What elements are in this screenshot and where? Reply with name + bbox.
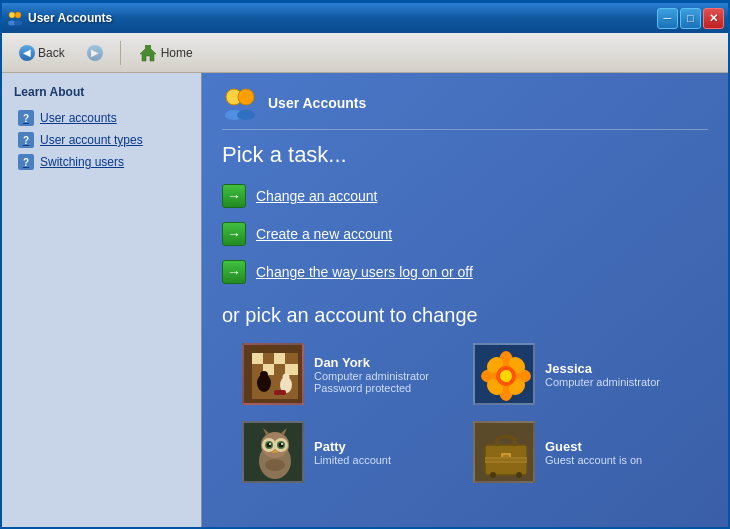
back-label: Back [38,46,65,60]
avatar-jessica [473,343,535,405]
account-item-dan-york[interactable]: Dan York Computer administrator Password… [242,343,457,405]
home-icon [138,44,158,62]
svg-point-9 [237,110,255,120]
svg-point-46 [267,443,272,448]
help-icon-2: ? [18,132,34,148]
svg-rect-13 [263,353,274,364]
account-detail1-dan-york: Computer administrator [314,370,429,382]
svg-point-7 [238,89,254,105]
task-logon-settings[interactable]: → Change the way users log on or off [222,260,708,284]
account-info-patty: Patty Limited account [314,439,391,466]
svg-point-49 [281,443,283,445]
svg-point-47 [279,443,284,448]
sidebar-section-title: Learn About [14,85,189,99]
svg-point-23 [283,374,290,381]
svg-point-3 [14,21,22,26]
account-name-guest: Guest [545,439,642,454]
svg-point-1 [15,12,21,18]
home-label: Home [161,46,193,60]
svg-rect-24 [274,390,286,395]
main-window: User Accounts ─ □ ✕ ◀ Back ▶ Home Learn … [0,0,730,529]
window-title: User Accounts [28,11,657,25]
toolbar-separator [120,41,121,65]
sidebar-item-user-accounts[interactable]: ? User accounts [14,107,189,129]
account-info-jessica: Jessica Computer administrator [545,361,660,388]
sidebar-link-switching-users: Switching users [40,155,124,169]
svg-point-58 [490,472,496,478]
minimize-button[interactable]: ─ [657,8,678,29]
content-area: Learn About ? User accounts ? User accou… [2,73,728,527]
svg-rect-19 [285,364,298,375]
forward-button[interactable]: ▶ [78,41,112,65]
task-label-1: Change an account [256,188,377,204]
avatar-dan-york [242,343,304,405]
account-name-dan-york: Dan York [314,355,429,370]
account-info-dan-york: Dan York Computer administrator Password… [314,355,429,394]
title-bar: User Accounts ─ □ ✕ [2,3,728,33]
account-item-patty[interactable]: Patty Limited account [242,421,457,483]
account-name-jessica: Jessica [545,361,660,376]
window-icon [6,9,24,27]
close-button[interactable]: ✕ [703,8,724,29]
main-content: User Accounts Pick a task... → Change an… [202,73,728,527]
home-button[interactable]: Home [129,40,202,66]
sidebar-link-account-types: User account types [40,133,143,147]
window-controls: ─ □ ✕ [657,8,724,29]
svg-point-36 [500,370,512,382]
svg-rect-5 [145,45,151,49]
svg-point-21 [260,371,268,379]
task-arrow-1: → [222,184,246,208]
back-button[interactable]: ◀ Back [10,41,74,65]
svg-rect-12 [252,353,263,364]
svg-point-48 [269,443,271,445]
svg-rect-18 [274,364,285,375]
account-detail2-dan-york: Password protected [314,382,429,394]
task-create-account[interactable]: → Create a new account [222,222,708,246]
sidebar-item-account-types[interactable]: ? User account types [14,129,189,151]
task-label-2: Create a new account [256,226,392,242]
svg-point-0 [9,12,15,18]
sidebar: Learn About ? User accounts ? User accou… [2,73,202,527]
sidebar-item-switching-users[interactable]: ? Switching users [14,151,189,173]
svg-rect-14 [274,353,285,364]
forward-arrow-icon: ▶ [87,45,103,61]
main-header-icon [222,85,258,121]
pick-account-heading: or pick an account to change [222,304,708,327]
back-arrow-icon: ◀ [19,45,35,61]
task-arrow-2: → [222,222,246,246]
main-header: User Accounts [222,85,708,130]
task-label-3: Change the way users log on or off [256,264,473,280]
account-name-patty: Patty [314,439,391,454]
accounts-grid: Dan York Computer administrator Password… [222,343,708,483]
help-icon-1: ? [18,110,34,126]
task-arrow-3: → [222,260,246,284]
svg-rect-15 [285,353,298,364]
help-icon-3: ? [18,154,34,170]
maximize-button[interactable]: □ [680,8,701,29]
toolbar: ◀ Back ▶ Home [2,33,728,73]
account-detail1-guest: Guest account is on [545,454,642,466]
account-detail1-jessica: Computer administrator [545,376,660,388]
svg-point-51 [265,459,285,471]
task-change-account[interactable]: → Change an account [222,184,708,208]
account-detail1-patty: Limited account [314,454,391,466]
pick-task-heading: Pick a task... [222,142,708,168]
avatar-guest [473,421,535,483]
svg-point-59 [516,472,522,478]
account-item-jessica[interactable]: Jessica Computer administrator [473,343,688,405]
avatar-patty [242,421,304,483]
account-item-guest[interactable]: Guest Guest account is on [473,421,688,483]
account-info-guest: Guest Guest account is on [545,439,642,466]
main-page-title: User Accounts [268,95,366,111]
sidebar-link-user-accounts: User accounts [40,111,117,125]
